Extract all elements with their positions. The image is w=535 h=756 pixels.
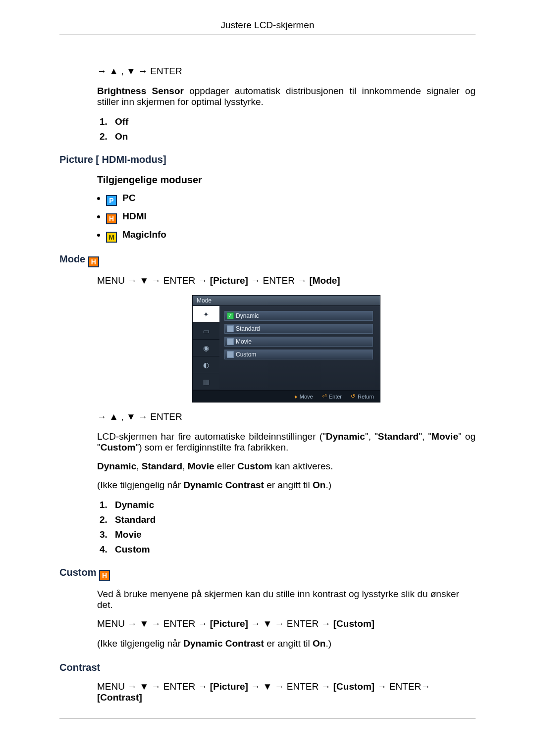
contrast-path: MENU → ▼ → ENTER → [Picture] → ▼ → ENTER… [97, 681, 476, 703]
osd-item-dynamic: Dynamic [224, 311, 373, 321]
t: → ▼ → ENTER → [248, 618, 333, 629]
footer-rule [59, 718, 476, 718]
mode-nav2: → ▲ , ▼ → ENTER [97, 411, 476, 422]
osd-panel: Mode ✦ ▭ ◉ ◐ ▦ Dynamic Standard Movie Cu… [192, 295, 380, 403]
t: [Custom] [333, 681, 374, 692]
t: [Picture] [210, 618, 248, 629]
mode-pc: P PC [106, 193, 476, 206]
osd-footer-enter-text: Enter [329, 394, 342, 400]
m-icon: M [106, 232, 117, 243]
custom-heading-text: Custom [59, 567, 96, 578]
osd-footer-return-text: Return [358, 394, 374, 400]
osd-item-standard: Standard [224, 324, 373, 334]
t: On [313, 480, 325, 490]
t: → ▼ → ENTER → [248, 681, 333, 692]
t: er angitt til [264, 638, 313, 649]
osd-tab-picture: ✦ [193, 306, 219, 323]
t: LCD-skjermen har fire automatiske bildei… [97, 431, 326, 442]
t: Movie [188, 461, 214, 471]
t: ", " [419, 431, 431, 442]
page-header: Justere LCD-skjermen [59, 20, 476, 35]
t: (Ikke tilgjengelig når [97, 480, 183, 490]
osd-footer-return: ↺Return [351, 393, 374, 400]
osd-title: Mode [193, 296, 380, 306]
t: Dynamic Contrast [183, 480, 264, 490]
mode-desc3: Dynamic, Standard, Movie eller Custom ka… [97, 461, 476, 472]
mode-hdmi-label: HDMI [122, 211, 147, 221]
contrast-heading: Contrast [59, 662, 476, 673]
mode-heading: Mode H [59, 253, 476, 267]
t: MENU → ▼ → ENTER → [97, 618, 210, 629]
mode-block: MENU → ▼ → ENTER → [Picture] → ENTER → [… [97, 275, 476, 555]
mode-path-mode: [Mode] [309, 275, 340, 286]
h-icon: H [88, 256, 99, 267]
page-content: → ▲ , ▼ → ENTER Brightness Sensor oppdag… [59, 35, 476, 718]
t: kan aktiveres. [272, 461, 333, 471]
t: On [313, 638, 325, 649]
picture-hdmi-block: Tilgjengelige moduser P PC H HDMI M Magi… [97, 174, 476, 243]
check-off-icon [227, 325, 234, 332]
t: Standard [142, 461, 182, 471]
t: er angitt til [264, 480, 313, 490]
t: , [136, 461, 142, 471]
check-off-icon [227, 338, 234, 345]
t: (Ikke tilgjengelig når [97, 638, 183, 649]
t: .) [325, 480, 331, 490]
mode-pc-label: PC [122, 193, 135, 203]
t: Dynamic [97, 461, 136, 471]
mode-heading-text: Mode [59, 253, 85, 264]
mode-opt-custom: Custom [110, 544, 476, 555]
mode-hdmi: H HDMI [106, 211, 476, 224]
mode-path-picture: [Picture] [210, 275, 248, 286]
t: → ENTER→ [374, 681, 430, 692]
osd-item-custom: Custom [224, 350, 373, 359]
osd-tab-5: ▦ [193, 373, 219, 390]
custom-path: MENU → ▼ → ENTER → [Picture] → ▼ → ENTER… [97, 618, 476, 629]
osd-tab-2: ▭ [193, 323, 219, 340]
brightness-sensor-term: Brightness Sensor [97, 86, 184, 96]
osd-item-movie: Movie [224, 337, 373, 347]
osd-tab-4: ◐ [193, 356, 219, 373]
osd-screenshot: Mode ✦ ▭ ◉ ◐ ▦ Dynamic Standard Movie Cu… [97, 295, 476, 403]
mode-magicinfo-label: MagicInfo [122, 229, 166, 240]
t: Custom [237, 461, 272, 471]
mode-opt-dynamic: Dynamic [110, 500, 476, 510]
osd-footer-move: ♦Move [294, 393, 313, 400]
modes-list: P PC H HDMI M MagicInfo [97, 193, 476, 243]
osd-tab-3: ◉ [193, 340, 219, 356]
nav-arrows: → ▲ , ▼ → ENTER [97, 66, 476, 77]
custom-block: Ved å bruke menyene på skjermen kan du s… [97, 589, 476, 649]
custom-desc: Ved å bruke menyene på skjermen kan du s… [97, 589, 476, 610]
mode-opt-movie: Movie [110, 529, 476, 540]
t: [Contrast] [97, 692, 142, 703]
brightness-opt-off: Off [110, 116, 476, 127]
enter-glyph-icon: ⏎ [322, 393, 326, 400]
osd-item-0: Dynamic [236, 312, 259, 319]
mode-path: MENU → ▼ → ENTER → [Picture] → ENTER → [… [97, 275, 476, 286]
return-glyph-icon: ↺ [351, 393, 355, 400]
mode-desc2: LCD-skjermen har fire automatiske bildei… [97, 431, 476, 453]
osd-footer-enter: ⏎Enter [322, 393, 342, 400]
mode-magicinfo: M MagicInfo [106, 229, 476, 243]
mode-options: Dynamic Standard Movie Custom [97, 500, 476, 555]
osd-item-1: Standard [236, 325, 260, 332]
check-on-icon [227, 312, 234, 319]
h-icon: H [99, 570, 110, 581]
osd-tabs: ✦ ▭ ◉ ◐ ▦ [193, 306, 219, 390]
t: ") som er ferdiginnstilte fra fabrikken. [135, 442, 288, 453]
custom-heading: Custom H [59, 567, 476, 581]
mode-path-1: MENU → ▼ → ENTER → [97, 275, 210, 286]
h-icon: H [106, 213, 117, 224]
t: Dynamic [326, 431, 365, 442]
p-icon: P [106, 195, 117, 206]
brightness-desc: Brightness Sensor oppdager automatisk di… [97, 86, 476, 107]
t: Dynamic Contrast [183, 638, 264, 649]
osd-items: Dynamic Standard Movie Custom [219, 306, 380, 390]
picture-hdmi-heading: Picture [ HDMI-modus] [59, 154, 476, 165]
t: ", " [365, 431, 378, 442]
custom-note: (Ikke tilgjengelig når Dynamic Contrast … [97, 638, 476, 649]
t: [Custom] [333, 618, 374, 629]
mode-path-2: → ENTER → [248, 275, 310, 286]
t: , [182, 461, 188, 471]
mode-desc4: (Ikke tilgjengelig når Dynamic Contrast … [97, 480, 476, 491]
